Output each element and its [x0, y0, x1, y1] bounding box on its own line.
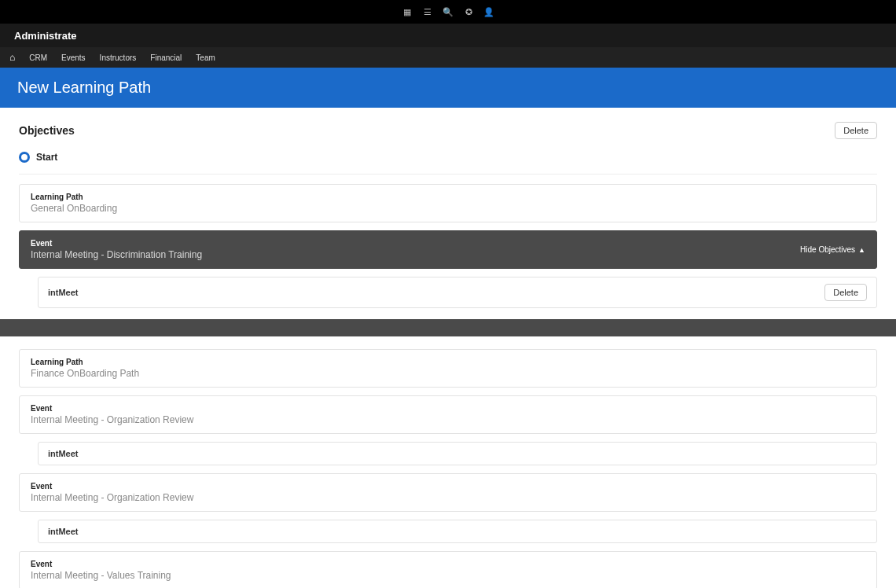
- page-title-bar: New Learning Path: [0, 68, 896, 108]
- objective-type: Event: [31, 482, 865, 491]
- objective-value: Finance OnBoarding Path: [31, 368, 865, 379]
- nav-item-financial[interactable]: Financial: [150, 53, 182, 62]
- nav-item-crm[interactable]: CRM: [29, 53, 47, 62]
- app-root: ▦ ☰ 🔍 ✪ 👤 Administrate ⌂ CRM Events Inst…: [0, 0, 896, 588]
- objective-value: Internal Meeting - Organization Review: [31, 492, 865, 503]
- objective-type: Learning Path: [31, 193, 865, 201]
- start-label: Start: [36, 152, 57, 163]
- objective-card[interactable]: Event Internal Meeting - Values Training: [19, 551, 877, 588]
- objective-group: Event Internal Meeting - Organization Re…: [19, 473, 877, 543]
- section-divider: [0, 319, 896, 336]
- hide-objectives-label: Hide Objectives: [800, 245, 855, 254]
- nested-tag-block[interactable]: intMeet: [38, 520, 877, 543]
- home-icon[interactable]: ⌂: [9, 52, 15, 63]
- user-icon[interactable]: 👤: [484, 7, 494, 17]
- nested-tag: intMeet: [48, 527, 79, 536]
- nav-item-events[interactable]: Events: [61, 53, 86, 62]
- nested-tag: intMeet: [48, 288, 79, 297]
- bell-icon[interactable]: ✪: [464, 7, 473, 17]
- objective-card-expanded[interactable]: Event Internal Meeting - Discrimination …: [19, 230, 877, 269]
- objective-value: Internal Meeting - Discrimination Traini…: [31, 249, 202, 260]
- nested-tag: intMeet: [48, 449, 79, 458]
- start-row[interactable]: Start: [19, 147, 877, 175]
- chevron-up-icon: ▲: [858, 246, 865, 254]
- list-icon[interactable]: ☰: [423, 7, 432, 17]
- grid-icon[interactable]: ▦: [402, 7, 412, 17]
- search-icon[interactable]: 🔍: [443, 7, 453, 17]
- brand-bar: Administrate: [0, 24, 896, 47]
- objective-value: Internal Meeting - Values Training: [31, 570, 865, 581]
- delete-button[interactable]: Delete: [835, 122, 877, 139]
- objective-card[interactable]: Learning Path General OnBoarding: [19, 184, 877, 222]
- hide-objectives-toggle[interactable]: Hide Objectives ▲: [800, 245, 865, 254]
- objective-group: Event Internal Meeting - Organization Re…: [19, 395, 877, 465]
- objective-value: Internal Meeting - Organization Review: [31, 414, 865, 425]
- objective-value: General OnBoarding: [31, 203, 865, 214]
- objective-type: Event: [31, 404, 865, 413]
- objective-card[interactable]: Learning Path Finance OnBoarding Path: [19, 349, 877, 388]
- brand-name: Administrate: [14, 30, 76, 42]
- objective-group: Event Internal Meeting - Values Training…: [19, 551, 877, 588]
- objective-card[interactable]: Event Internal Meeting - Organization Re…: [19, 395, 877, 434]
- nav-item-team[interactable]: Team: [196, 53, 215, 62]
- start-radio-icon[interactable]: [19, 152, 30, 163]
- nested-delete-button[interactable]: Delete: [824, 284, 867, 301]
- objective-card[interactable]: Event Internal Meeting - Organization Re…: [19, 473, 877, 512]
- objectives-heading: Objectives: [19, 124, 75, 137]
- nav-item-instructors[interactable]: Instructors: [100, 53, 137, 62]
- page-title: New Learning Path: [17, 79, 151, 96]
- objective-type: Learning Path: [31, 358, 865, 366]
- nested-row[interactable]: intMeet Delete: [38, 277, 877, 308]
- content-area: Objectives Delete Start Learning Path Ge…: [0, 108, 896, 588]
- objective-type: Event: [31, 239, 202, 248]
- nested-objective: intMeet Delete: [38, 277, 877, 308]
- objectives-header: Objectives Delete: [19, 122, 877, 139]
- top-icon-bar: ▦ ☰ 🔍 ✪ 👤: [0, 0, 896, 24]
- main-nav: ⌂ CRM Events Instructors Financial Team: [0, 47, 896, 68]
- objective-type: Event: [31, 560, 865, 568]
- nested-tag-block[interactable]: intMeet: [38, 442, 877, 465]
